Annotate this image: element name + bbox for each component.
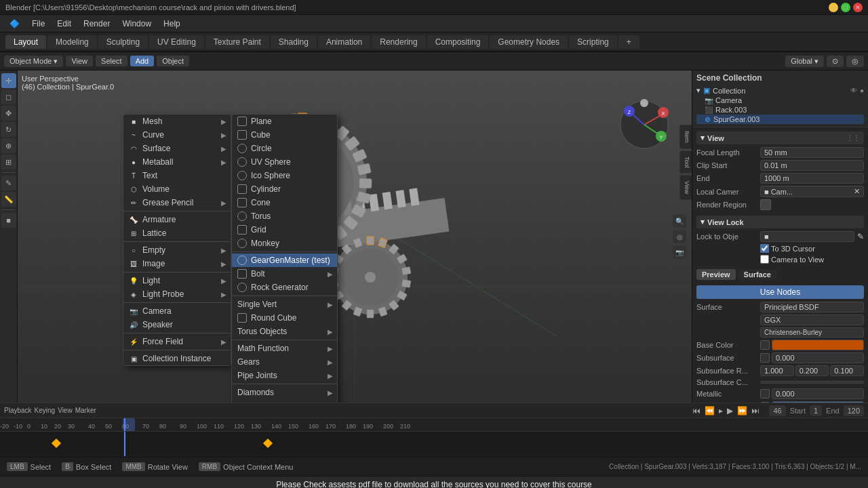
- sc-render-icon[interactable]: ●: [860, 87, 864, 94]
- surface-type-value[interactable]: Principled BSDF: [760, 302, 864, 312]
- sm-circle[interactable]: Circle: [232, 142, 337, 155]
- sm-plane[interactable]: Plane: [232, 115, 337, 128]
- use-nodes-button[interactable]: Use Nodes: [696, 285, 864, 299]
- marker-label[interactable]: Marker: [75, 407, 96, 414]
- cm-surface[interactable]: ◠ Surface ▶: [123, 142, 231, 155]
- zoom-in-btn[interactable]: 🔍: [673, 215, 686, 228]
- keying-label[interactable]: Keying: [35, 407, 56, 414]
- preview-tab[interactable]: Preview: [696, 269, 736, 280]
- jump-start-btn[interactable]: ⏮: [692, 406, 701, 415]
- metallic-swatch[interactable]: [760, 389, 770, 399]
- metallic-value[interactable]: 0.000: [772, 388, 864, 399]
- tab-rendering[interactable]: Rendering: [372, 35, 425, 49]
- sm-extras[interactable]: Extras ▶: [232, 399, 337, 403]
- sm-uv-sphere[interactable]: UV Sphere: [232, 155, 337, 169]
- sm-torus[interactable]: Torus: [232, 209, 337, 223]
- clip-start-value[interactable]: 0.01 m: [760, 160, 864, 171]
- cursor-tool[interactable]: ✛: [1, 73, 16, 88]
- cm-image[interactable]: 🖼 Image ▶: [123, 257, 231, 270]
- cm-text[interactable]: T Text: [123, 169, 231, 182]
- cm-empty[interactable]: ○ Empty ▶: [123, 243, 231, 257]
- jump-end-btn[interactable]: ⏭: [751, 406, 760, 415]
- camera-to-view-toggle[interactable]: Camera to View: [760, 255, 824, 264]
- close-button[interactable]: ✕: [853, 3, 863, 12]
- sc-spurgear-item[interactable]: ⚙ SpurGear.003: [696, 115, 864, 124]
- local-camera-value[interactable]: ■ Cam... ✕: [760, 186, 864, 197]
- lock-to-obj-edit[interactable]: ✎: [857, 232, 864, 241]
- sm-geargenmaster[interactable]: GearGenMaster (test): [232, 253, 337, 267]
- cm-lattice[interactable]: ⊞ Lattice: [123, 226, 231, 240]
- subsurface-r1[interactable]: 1.000: [760, 365, 794, 376]
- sm-gears[interactable]: Gears ▶: [232, 355, 337, 369]
- menu-blender[interactable]: 🔷: [4, 18, 25, 30]
- tab-compositing[interactable]: Compositing: [427, 35, 489, 49]
- menu-help[interactable]: Help: [158, 18, 186, 30]
- sm-ico-sphere[interactable]: Ico Sphere: [232, 169, 337, 182]
- add-cube-tool[interactable]: ■: [1, 213, 16, 228]
- step-fwd-btn[interactable]: ⏩: [737, 406, 747, 415]
- sm-diamonds[interactable]: Diamonds ▶: [232, 386, 337, 399]
- subsurface-c-value[interactable]: [760, 381, 864, 384]
- tab-sculpting[interactable]: Sculpting: [98, 35, 148, 49]
- add-menu[interactable]: Add: [130, 56, 155, 66]
- annotate-tool[interactable]: ✎: [1, 176, 16, 190]
- cm-collection-instance[interactable]: ▣ Collection Instance: [123, 352, 231, 365]
- view-selected-btn[interactable]: ◎: [673, 230, 686, 243]
- sm-single-vert[interactable]: Single Vert ▶: [232, 298, 337, 311]
- cm-camera[interactable]: 📷 Camera: [123, 304, 231, 318]
- sm-monkey[interactable]: Monkey: [232, 237, 337, 250]
- sidebar-tab-view[interactable]: View: [679, 175, 692, 200]
- lock-3d-cursor-toggle[interactable]: To 3D Cursor: [760, 244, 815, 253]
- tab-texture-paint[interactable]: Texture Paint: [205, 35, 269, 49]
- rotate-tool[interactable]: ↻: [1, 122, 16, 137]
- menu-file[interactable]: File: [26, 18, 50, 30]
- tab-shading[interactable]: Shading: [271, 35, 317, 49]
- tab-animation[interactable]: Animation: [318, 35, 370, 49]
- subsurface-r2[interactable]: 0.200: [795, 365, 829, 376]
- end-value[interactable]: 1000 m: [760, 173, 864, 184]
- sm-math-function[interactable]: Math Function ▶: [232, 342, 337, 355]
- cm-speaker[interactable]: 🔊 Speaker: [123, 318, 231, 331]
- maximize-button[interactable]: □: [841, 3, 850, 12]
- minimize-button[interactable]: −: [829, 3, 838, 12]
- start-frame[interactable]: 1: [810, 405, 822, 416]
- surface-tab[interactable]: Surface: [738, 269, 776, 280]
- object-menu[interactable]: Object: [157, 56, 189, 66]
- viewport-3d[interactable]: User Perspective (46) Collection | SpurG…: [18, 70, 692, 403]
- menu-render[interactable]: Render: [78, 18, 115, 30]
- global-selector[interactable]: Global ▾: [785, 56, 824, 67]
- end-frame[interactable]: 120: [844, 405, 864, 416]
- current-frame-display[interactable]: 46: [769, 405, 785, 416]
- base-color-swatch[interactable]: [772, 340, 864, 350]
- focal-length-value[interactable]: 50 mm: [760, 147, 864, 158]
- tab-add[interactable]: +: [618, 35, 639, 49]
- sidebar-tab-tool[interactable]: Tool: [679, 150, 692, 174]
- ggx-value[interactable]: GGX: [760, 314, 864, 325]
- measure-tool[interactable]: 📏: [1, 192, 16, 207]
- camera-view-btn[interactable]: 📷: [673, 246, 686, 259]
- render-region-toggle[interactable]: [760, 199, 771, 210]
- cm-mesh[interactable]: ■ Mesh ▶: [123, 115, 231, 128]
- cm-grease-pencil[interactable]: ✏ Grease Pencil ▶: [123, 196, 231, 209]
- sm-torus-objects[interactable]: Torus Objects ▶: [232, 325, 337, 338]
- tab-geometry-nodes[interactable]: Geometry Nodes: [490, 35, 568, 49]
- cm-light-probe[interactable]: ◈ Light Probe ▶: [123, 287, 231, 301]
- play-btn[interactable]: ▶: [727, 406, 733, 415]
- playback-label[interactable]: Playback: [4, 407, 32, 414]
- viewport-overlay-btn[interactable]: View: [66, 56, 93, 66]
- camera-to-view-checkbox[interactable]: [760, 255, 769, 264]
- scale-tool[interactable]: ⊕: [1, 138, 16, 153]
- sc-rack-item[interactable]: ⬛ Rack.003: [696, 105, 864, 115]
- navigation-gizmo[interactable]: X Y Z: [617, 98, 671, 152]
- sidebar-tab-item[interactable]: Item: [679, 125, 692, 149]
- cm-armature[interactable]: 🦴 Armature: [123, 213, 231, 226]
- local-camera-clear[interactable]: ✕: [854, 187, 860, 196]
- base-color-swatch-small[interactable]: [760, 340, 770, 350]
- sm-cube[interactable]: Cube: [232, 128, 337, 142]
- sm-round-cube[interactable]: Round Cube: [232, 311, 337, 325]
- menu-window[interactable]: Window: [117, 18, 157, 30]
- cm-volume[interactable]: ⬡ Volume: [123, 182, 231, 196]
- select-menu[interactable]: Select: [96, 56, 127, 66]
- sm-cylinder[interactable]: Cylinder: [232, 182, 337, 196]
- select-tool[interactable]: ◻: [1, 89, 16, 104]
